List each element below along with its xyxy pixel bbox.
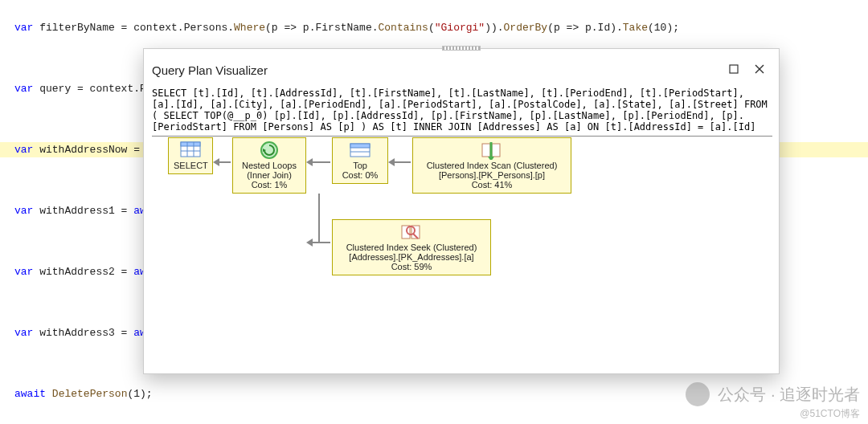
plan-arrow	[318, 194, 320, 243]
node-line1: Clustered Index Seek (Clustered)	[338, 243, 485, 252]
plan-node-index-scan[interactable]: Clustered Index Scan (Clustered) [Person…	[412, 137, 571, 194]
arrowhead-icon	[306, 158, 313, 166]
index-scan-icon	[481, 141, 503, 160]
close-icon	[755, 64, 764, 74]
node-cost: Cost: 1%	[238, 180, 301, 190]
table-icon	[179, 141, 202, 160]
node-cost: Cost: 59%	[338, 262, 485, 271]
plan-node-top[interactable]: Top Cost: 0%	[332, 137, 388, 184]
svg-rect-11	[350, 144, 370, 148]
drag-handle-icon[interactable]	[442, 46, 481, 51]
svg-rect-4	[181, 142, 200, 146]
node-line2: (Inner Join)	[238, 170, 301, 180]
node-label: SELECT	[174, 161, 208, 170]
svg-rect-0	[730, 65, 738, 73]
node-cost: Cost: 41%	[418, 180, 566, 190]
maximize-button[interactable]	[723, 60, 745, 78]
node-line2: [Addresses].[PK_Addresses].[a]	[338, 252, 485, 262]
arrowhead-icon	[213, 158, 219, 166]
plan-node-index-seek[interactable]: Clustered Index Seek (Clustered) [Addres…	[332, 219, 491, 275]
node-line1: Top	[338, 161, 383, 170]
node-cost: Cost: 0%	[338, 170, 383, 180]
plan-node-nested-loops[interactable]: Nested Loops (Inner Join) Cost: 1%	[232, 137, 306, 194]
arrowhead-icon	[306, 238, 313, 247]
maximize-icon	[729, 64, 739, 74]
sql-query-text[interactable]: SELECT [t].[Id], [t].[AddressId], [t].[F…	[152, 88, 772, 137]
top-icon	[349, 141, 371, 160]
plan-node-select[interactable]: SELECT	[168, 137, 213, 174]
svg-rect-14	[492, 144, 500, 157]
close-button[interactable]	[748, 60, 771, 78]
node-line1: Clustered Index Scan (Clustered)	[418, 161, 566, 170]
index-seek-icon	[400, 222, 423, 242]
node-line1: Nested Loops	[238, 161, 301, 170]
query-plan-visualizer-popup[interactable]: Query Plan Visualizer SELECT [t].[Id], […	[143, 48, 780, 374]
popup-title: Query Plan Visualizer	[152, 63, 268, 77]
node-line2: [Persons].[PK_Persons].[p]	[418, 170, 566, 180]
svg-rect-13	[482, 144, 490, 157]
nested-loops-icon	[258, 141, 280, 160]
execution-plan-diagram[interactable]: SELECT Nested Loops (Inner Join) Cost: 1…	[152, 137, 772, 362]
arrowhead-icon	[388, 158, 395, 166]
svg-marker-16	[488, 157, 494, 160]
